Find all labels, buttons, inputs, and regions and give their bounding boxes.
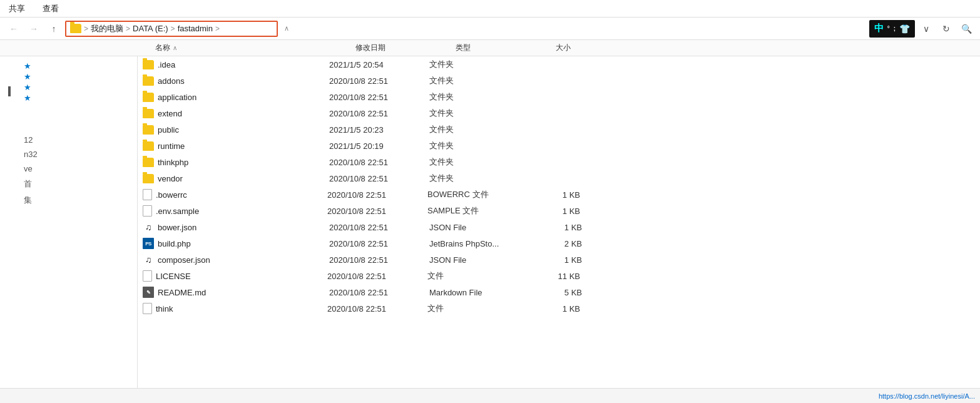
file-date: 2020/10/8 22:51 [327, 272, 427, 281]
file-name: runtime [154, 141, 329, 151]
table-row[interactable]: PS build.php 2020/10/8 22:51 JetBrains P… [138, 235, 980, 252]
table-row[interactable]: ✎ README.md 2020/10/8 22:51 Markdown Fil… [138, 284, 980, 300]
file-name: .env.sample [152, 207, 327, 216]
file-date: 2020/10/8 22:51 [329, 158, 429, 167]
folder-icon [143, 158, 154, 167]
file-size: 1 KB [528, 207, 590, 216]
col-header-type[interactable]: 类型 [451, 43, 551, 53]
table-row[interactable]: ♫ composer.json 2020/10/8 22:51 JSON Fil… [138, 252, 980, 268]
file-date: 2020/10/8 22:51 [329, 223, 429, 232]
back-icon: ← [9, 24, 18, 34]
column-headers: 名称 ∧ 修改日期 类型 大小 [0, 40, 980, 56]
refresh-icon: ↻ [942, 24, 950, 34]
file-type: 文件夹 [429, 173, 529, 184]
file-size: 1 KB [529, 223, 592, 232]
col-date-label: 修改日期 [355, 43, 385, 52]
col-header-date[interactable]: 修改日期 [350, 43, 451, 53]
folder-icon [143, 93, 154, 102]
file-type: 文件夹 [429, 124, 529, 135]
ime-dot: ° [887, 25, 890, 32]
status-url: https://blog.csdn.net/liyinesi/A... [879, 392, 975, 400]
breadcrumb-mypc[interactable]: 我的电脑 [91, 23, 123, 34]
ime-widget: 中 ° ; 👕 [869, 20, 915, 38]
file-name: think [152, 304, 327, 314]
file-name: composer.json [154, 255, 329, 265]
breadcrumb-drive[interactable]: DATA (E:) [133, 24, 168, 33]
file-date: 2020/10/8 22:51 [329, 174, 429, 183]
table-row[interactable]: addons 2020/10/8 22:51 文件夹 [138, 73, 980, 89]
forward-button[interactable]: → [25, 20, 43, 38]
sidebar-label-ve: ve [19, 161, 137, 176]
file-date: 2020/10/8 22:51 [329, 76, 429, 86]
refresh-button[interactable]: ↻ [937, 20, 955, 38]
dropdown-button[interactable]: ∨ [917, 20, 935, 38]
menu-bar: 共享 查看 [0, 0, 980, 18]
table-row[interactable]: LICENSE 2020/10/8 22:51 文件 11 KB [138, 268, 980, 284]
sidebar-label-ji: 集 [19, 192, 137, 208]
up-button[interactable]: ↑ [45, 20, 63, 38]
menu-view[interactable]: 查看 [39, 2, 63, 16]
sidebar-labels: 12 n32 ve 首 集 [19, 108, 137, 208]
file-type: JSON File [429, 255, 529, 265]
file-date: 2021/1/5 20:23 [329, 125, 429, 135]
file-type: 文件夹 [429, 140, 529, 151]
file-date: 2020/10/8 22:51 [327, 190, 427, 200]
back-button[interactable]: ← [5, 20, 23, 38]
breadcrumb-folder[interactable]: fastadmin [178, 24, 213, 33]
file-name: .bowerrc [152, 190, 327, 200]
breadcrumb[interactable]: > 我的电脑 > DATA (E:) > fastadmin > [65, 21, 278, 37]
file-date: 2020/10/8 22:51 [329, 255, 429, 265]
file-size: 1 KB [528, 304, 590, 314]
col-header-name[interactable]: 名称 ∧ [150, 43, 350, 53]
table-row[interactable]: public 2021/1/5 20:23 文件夹 [138, 121, 980, 138]
file-type: 文件夹 [429, 108, 529, 119]
menu-share[interactable]: 共享 [5, 2, 29, 16]
table-row[interactable]: extend 2020/10/8 22:51 文件夹 [138, 105, 980, 121]
file-name: README.md [154, 288, 329, 297]
file-type: 文件夹 [429, 156, 529, 168]
ime-shirt-icon: 👕 [899, 24, 910, 34]
folder-icon [143, 109, 154, 118]
file-list: .idea 2021/1/5 20:54 文件夹 addons 2020/10/… [138, 56, 980, 388]
file-name: thinkphp [154, 158, 329, 167]
status-bar: https://blog.csdn.net/liyinesi/A... [0, 388, 980, 403]
table-row[interactable]: think 2020/10/8 22:51 文件 1 KB [138, 300, 980, 317]
file-type: 文件夹 [429, 59, 529, 70]
doc-icon [143, 303, 152, 314]
pin-icon-4[interactable]: ★ [24, 93, 137, 103]
pin-group: ★ ★ ★ ★ [19, 56, 137, 108]
file-type: 文件 [427, 303, 528, 314]
doc-icon [143, 205, 152, 217]
pin-icon-2[interactable]: ★ [24, 72, 137, 81]
table-row[interactable]: thinkphp 2020/10/8 22:51 文件夹 [138, 154, 980, 170]
file-date: 2020/10/8 22:51 [329, 109, 429, 118]
folder-icon [70, 24, 81, 33]
pin-icon-3[interactable]: ★ [24, 83, 137, 92]
table-row[interactable]: vendor 2020/10/8 22:51 文件夹 [138, 170, 980, 186]
file-type: BOWERRC 文件 [427, 189, 528, 200]
file-type: Markdown File [429, 288, 529, 297]
pin-icon-1[interactable]: ★ [24, 61, 137, 71]
sidebar-label-n32: n32 [19, 147, 137, 161]
file-date: 2020/10/8 22:51 [327, 304, 427, 314]
search-button[interactable]: 🔍 [957, 20, 975, 38]
folder-icon [143, 174, 154, 183]
file-name: LICENSE [152, 272, 327, 281]
breadcrumb-sep-3: > [171, 24, 175, 33]
ime-semicolon: ; [894, 25, 896, 32]
table-row[interactable]: .idea 2021/1/5 20:54 文件夹 [138, 56, 980, 73]
table-row[interactable]: .bowerrc 2020/10/8 22:51 BOWERRC 文件 1 KB [138, 186, 980, 203]
table-row[interactable]: application 2020/10/8 22:51 文件夹 [138, 89, 980, 105]
table-row[interactable]: runtime 2021/1/5 20:19 文件夹 [138, 138, 980, 154]
forward-icon: → [29, 24, 38, 34]
col-size-label: 大小 [556, 43, 571, 52]
table-row[interactable]: ♫ bower.json 2020/10/8 22:51 JSON File 1… [138, 219, 980, 235]
file-size: 2 KB [529, 239, 592, 248]
col-header-size[interactable]: 大小 [551, 43, 613, 53]
table-row[interactable]: .env.sample 2020/10/8 22:51 SAMPLE 文件 1 … [138, 203, 980, 219]
json-icon: ♫ [143, 222, 154, 233]
breadcrumb-expand-button[interactable]: ∧ [280, 24, 293, 33]
sidebar-label-shou: 首 [19, 176, 137, 192]
file-name: extend [154, 109, 329, 118]
breadcrumb-sep-4: > [215, 24, 220, 33]
